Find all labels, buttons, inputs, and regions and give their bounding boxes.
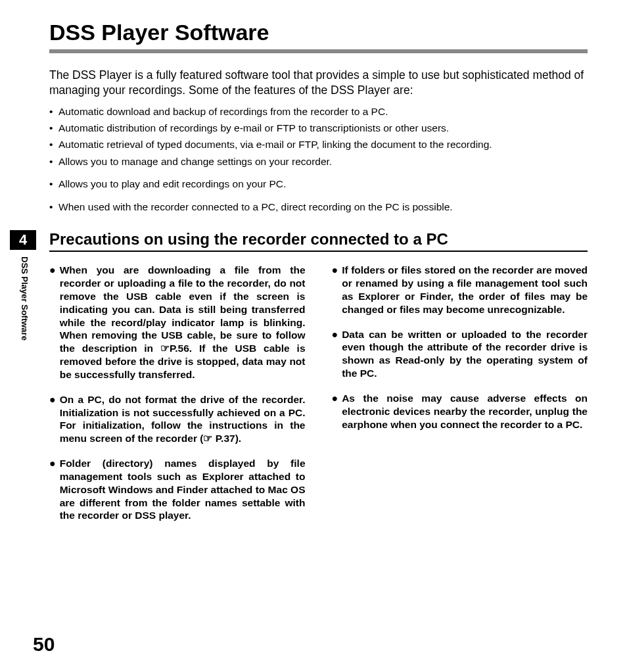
page: DSS Player Software The DSS Player is a … [0,0,627,672]
title-rule [49,49,588,53]
precaution-item: ● Data can be written or uploaded to the… [332,328,588,380]
bullet-icon: ● [49,457,56,522]
side-tab-label: DSS Player Software [20,256,30,341]
feature-item: When used with the recorder connected to… [49,200,588,214]
precaution-text: Data can be written or uploaded to the r… [342,328,588,380]
precaution-item: ● As the noise may cause adverse effects… [332,392,588,431]
bullet-icon: ● [49,264,56,381]
feature-item: Allows you to manage and change settings… [49,155,588,169]
chapter-number-box: 4 [10,230,36,250]
intro-paragraph: The DSS Player is a fully featured softw… [49,68,588,98]
precaution-item: ● If folders or files stored on the reco… [332,264,588,316]
bullet-icon: ● [332,392,338,431]
feature-item: Automatic distribution of recordings by … [49,121,588,135]
feature-item: Automatic retrieval of typed documents, … [49,137,588,152]
page-title: DSS Player Software [49,20,588,45]
precautions-columns: ● When you are downloading a file from t… [49,264,588,534]
precautions-right-column: ● If folders or files stored on the reco… [332,264,588,534]
bullet-icon: ● [49,393,56,445]
precaution-text: On a PC, do not format the drive of the … [60,393,306,445]
precaution-item: ● Folder (directory) names displayed by … [49,457,306,522]
precaution-text: When you are downloading a file from the… [60,264,306,381]
precautions-left-column: ● When you are downloading a file from t… [49,264,306,534]
precaution-text: Folder (directory) names displayed by fi… [60,457,306,522]
bullet-icon: ● [332,264,338,316]
bullet-icon: ● [332,328,338,380]
page-number: 50 [33,633,55,656]
section-heading: Precautions on using the recorder connec… [49,230,588,252]
section-row: 4 Precautions on using the recorder conn… [49,230,588,252]
feature-list: Automatic download and backup of recordi… [49,105,588,215]
precaution-item: ● On a PC, do not format the drive of th… [49,393,306,445]
precaution-text: If folders or files stored on the record… [342,264,588,316]
feature-item: Automatic download and backup of recordi… [49,105,588,119]
feature-item: Allows you to play and edit recordings o… [49,177,588,191]
precaution-item: ● When you are downloading a file from t… [49,264,306,381]
precaution-text: As the noise may cause adverse effects o… [342,392,588,431]
